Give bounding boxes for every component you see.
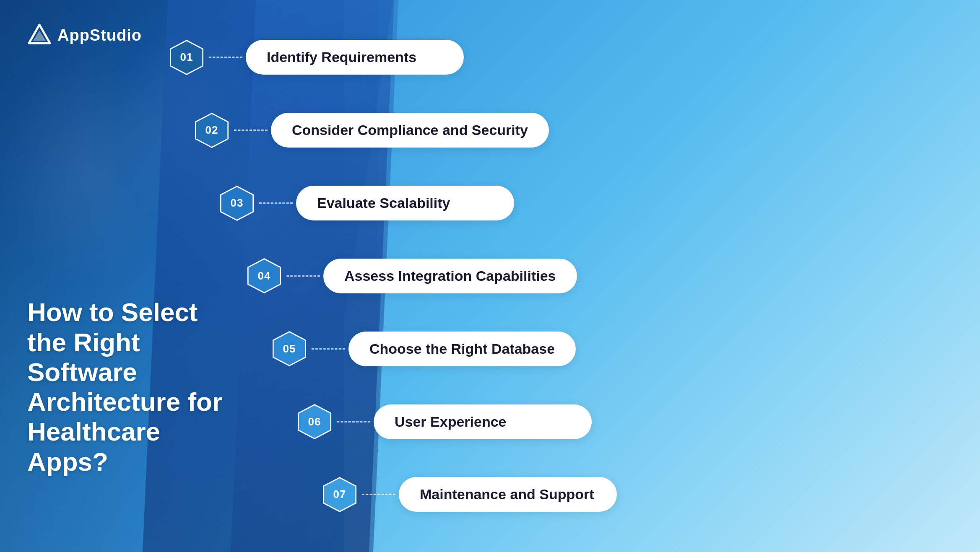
appstudio-logo-icon: [27, 23, 52, 47]
step-row-3: 03 Evaluate Scalability: [218, 184, 955, 222]
logo-text: AppStudio: [57, 26, 142, 44]
step-label-1: Identify Requirements: [246, 40, 464, 75]
step-label-2: Consider Compliance and Security: [271, 113, 549, 148]
step-row-7: 07 Maintenance and Support: [321, 476, 955, 513]
connector-6: [337, 421, 370, 422]
step-number-7: 07: [333, 488, 346, 501]
step-number-2: 02: [205, 124, 218, 137]
step-number-1: 01: [180, 51, 193, 64]
page-container: AppStudio How to Select the Right Softwa…: [0, 0, 980, 552]
connector-1: [209, 57, 242, 58]
step-number-5: 05: [283, 342, 296, 355]
connector-7: [362, 494, 395, 495]
step-label-3: Evaluate Scalability: [296, 186, 514, 220]
step-row-1: 01 Identify Requirements: [168, 39, 955, 76]
hexagon-3: 03: [218, 184, 256, 222]
connector-3: [259, 202, 293, 204]
step-label-5: Choose the Right Database: [348, 332, 576, 366]
step-row-2: 02 Consider Compliance and Security: [193, 111, 955, 149]
hexagon-1: 01: [168, 39, 205, 76]
step-row-4: 04 Assess Integration Capabilities: [245, 257, 955, 295]
hexagon-7: 07: [321, 476, 359, 513]
step-number-6: 06: [308, 415, 321, 428]
step-label-4: Assess Integration Capabilities: [323, 259, 577, 293]
logo: AppStudio: [27, 23, 142, 47]
hexagon-6: 06: [296, 403, 333, 441]
step-number-3: 03: [231, 197, 244, 210]
hexagon-4: 04: [245, 257, 283, 295]
step-row-6: 06 User Experience: [296, 403, 955, 441]
connector-4: [286, 275, 320, 277]
step-label-6: User Experience: [374, 404, 592, 439]
step-row-5: 05 Choose the Right Database: [270, 330, 955, 368]
steps-container: 01 Identify Requirements 02 Consider Com…: [168, 21, 955, 531]
step-label-7: Maintenance and Support: [399, 477, 617, 512]
connector-5: [312, 348, 345, 350]
hexagon-5: 05: [270, 330, 308, 368]
hexagon-2: 02: [193, 111, 231, 149]
step-number-4: 04: [258, 270, 271, 282]
connector-2: [234, 130, 268, 131]
